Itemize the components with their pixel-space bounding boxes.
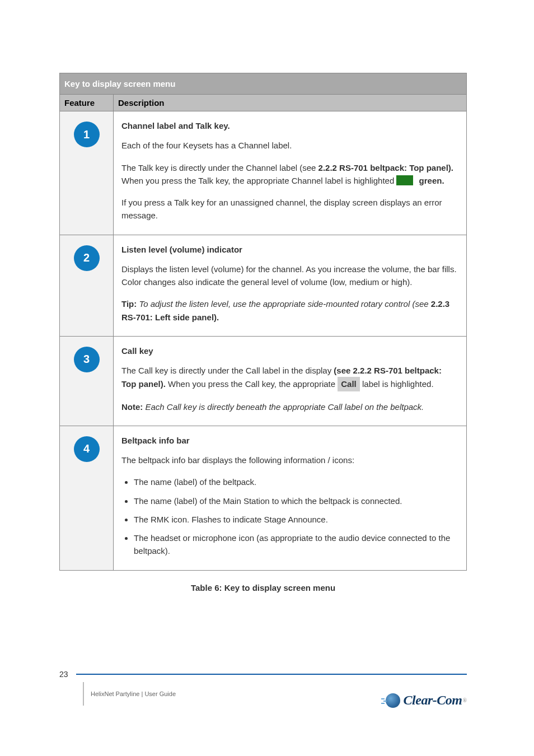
table-row: 4 Beltpack info bar The beltpack info ba… (60, 426, 467, 570)
row-title: Call key (121, 344, 458, 357)
row-num-cell: 1 (60, 111, 114, 235)
row-body: Each of the four Keysets has a Channel l… (121, 139, 458, 222)
footer-rule (76, 674, 467, 675)
registered-mark: ® (462, 697, 467, 703)
number-badge: 3 (74, 347, 100, 372)
row-num-cell: 3 (60, 336, 114, 426)
row-body: The beltpack info bar displays the follo… (121, 454, 458, 558)
page-number: 23 (59, 670, 76, 679)
doc-title: HelixNet Partyline | User Guide (91, 690, 176, 698)
row-desc-cell: Channel label and Talk key. Each of the … (114, 111, 467, 235)
row-num-cell: 2 (60, 235, 114, 336)
number-badge: 1 (74, 122, 100, 147)
footer-divider (83, 682, 84, 706)
row-title: Channel label and Talk key. (121, 119, 458, 132)
page-footer: 23 HelixNet Partyline | User Guide Clear… (59, 670, 467, 706)
row-desc-cell: Listen level (volume) indicator Displays… (114, 235, 467, 336)
table-caption: Table 6: Key to display screen menu (59, 583, 467, 592)
row-title: Beltpack info bar (121, 434, 458, 447)
number-badge: 4 (74, 436, 100, 462)
globe-icon (386, 693, 400, 708)
row-body: Displays the listen level (volume) for t… (121, 263, 458, 324)
brand-logo: Clear-Com ® (386, 693, 467, 708)
col-header-feature: Feature (60, 95, 114, 111)
brand-text: Clear-Com (404, 693, 462, 708)
row-title: Listen level (volume) indicator (121, 243, 458, 256)
col-header-description: Description (114, 95, 467, 111)
table-row: 2 Listen level (volume) indicator Displa… (60, 235, 467, 336)
reference-table: Key to display screen menu Feature Descr… (59, 73, 467, 571)
row-num-cell: 4 (60, 426, 114, 570)
table-row: 1 Channel label and Talk key. Each of th… (60, 111, 467, 235)
row-body: The Call key is directly under the Call … (121, 364, 458, 413)
row-desc-cell: Call key The Call key is directly under … (114, 336, 467, 426)
row-desc-cell: Beltpack info bar The beltpack info bar … (114, 426, 467, 570)
number-badge: 2 (74, 245, 100, 271)
table-title: Key to display screen menu (60, 73, 467, 95)
table-row: 3 Call key The Call key is directly unde… (60, 336, 467, 426)
